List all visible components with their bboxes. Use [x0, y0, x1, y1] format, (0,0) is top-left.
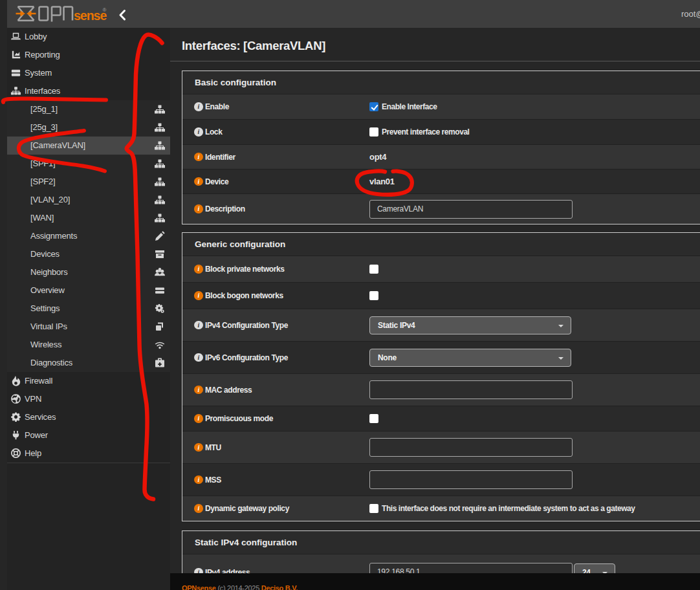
- svg-text:®: ®: [103, 7, 107, 13]
